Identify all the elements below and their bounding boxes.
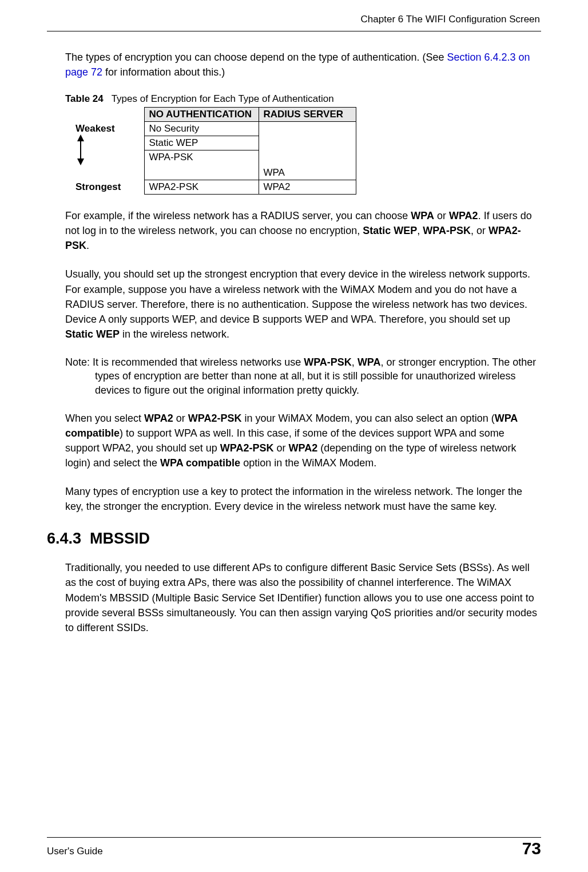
intro-paragraph: The types of encryption you can choose d… xyxy=(65,50,541,80)
para-mbssid: Traditionally, you needed to use differe… xyxy=(65,560,541,635)
footer-rule xyxy=(47,837,541,838)
table-number: Table 24 xyxy=(65,93,104,104)
svg-marker-2 xyxy=(77,158,84,165)
intro-text-before: The types of encryption you can choose d… xyxy=(65,51,447,63)
th-no-auth: NO AUTHENTICATION xyxy=(144,108,259,122)
intro-text-after: for information about this.) xyxy=(102,66,225,78)
footer-page-number: 73 xyxy=(522,839,541,858)
cell-no-security: No Security xyxy=(144,122,259,136)
svg-marker-1 xyxy=(77,134,84,141)
para-wpa-compatible: When you select WPA2 or WPA2-PSK in your… xyxy=(65,411,541,470)
para-strongest-setup: Usually, you should set up the strongest… xyxy=(65,267,541,341)
th-radius: RADIUS SERVER xyxy=(259,108,356,122)
running-header: Chapter 6 The WIFI Configuration Screen xyxy=(47,14,541,27)
rowlabel-weakest: Weakest xyxy=(76,122,144,180)
page-footer: User's Guide 73 xyxy=(47,837,541,858)
encryption-table: NO AUTHENTICATION RADIUS SERVER Weakest xyxy=(76,107,356,195)
rowlabel-strongest: Strongest xyxy=(76,180,144,195)
weakest-label: Weakest xyxy=(76,123,115,134)
section-title: MBSSID xyxy=(90,530,150,547)
header-rule xyxy=(47,31,541,31)
table-caption: Table 24 Types of Encryption for Each Ty… xyxy=(65,93,541,105)
cell-static-wep: Static WEP xyxy=(144,136,259,150)
para-key-length: Many types of encryption use a key to pr… xyxy=(65,484,541,514)
cell-wpa-span: WPA xyxy=(259,122,356,180)
section-number: 6.4.3 xyxy=(47,530,81,547)
cell-wpa-psk: WPA-PSK xyxy=(144,150,259,180)
cell-wpa: WPA xyxy=(264,167,285,179)
cell-wpa2: WPA2 xyxy=(259,180,356,195)
note-block: Note: It is recommended that wireless ne… xyxy=(65,355,541,397)
cell-wpa2-psk: WPA2-PSK xyxy=(144,180,259,195)
note-label: Note: xyxy=(65,356,93,368)
section-heading: 6.4.3 MBSSID xyxy=(47,530,541,548)
strength-arrow-icon xyxy=(76,157,86,168)
footer-guide: User's Guide xyxy=(47,846,103,857)
table-title: Types of Encryption for Each Type of Aut… xyxy=(112,93,334,104)
corner-blank xyxy=(76,108,144,122)
para-radius-example: For example, if the wireless network has… xyxy=(65,208,541,253)
